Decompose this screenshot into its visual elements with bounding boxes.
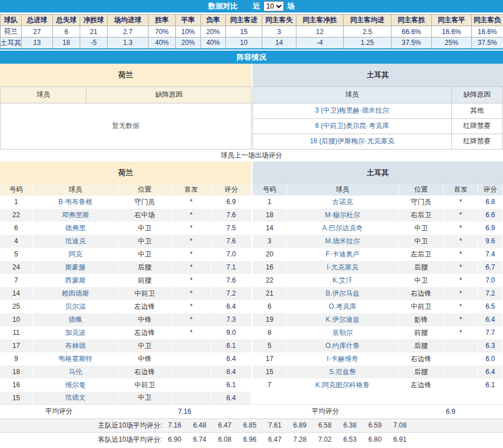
player-position: 中锋 <box>118 352 172 366</box>
player-rating-row: 5 阿克 中卫 * 7.0 <box>0 248 252 261</box>
ratings-away-team-header: 土耳其 <box>253 161 503 184</box>
player-number: 5 <box>253 339 287 352</box>
player-name[interactable]: 西蒙斯 <box>32 274 118 287</box>
recent-label: 近 <box>253 1 260 11</box>
player-name[interactable]: A.巴尔达克奇 <box>287 222 398 235</box>
starter-mark <box>171 366 211 379</box>
player-name[interactable]: 贝尔温 <box>32 300 118 313</box>
player-name[interactable]: M·穆尔杜尔 <box>287 209 398 222</box>
starter-mark: * <box>444 274 478 287</box>
home-recent-avg-row: 主队近10场平均评分: 7.166.486.476.857.616.896.58… <box>0 418 503 433</box>
absent-player-name[interactable]: 16 (后腰)伊斯梅尔·尤克塞克 <box>253 134 452 149</box>
away-recent-avg-label: 客队近10场平均评分: <box>0 435 162 445</box>
average-score-label: 平均评分 <box>0 405 118 418</box>
player-name[interactable]: 斯豪滕 <box>32 261 118 274</box>
player-name[interactable]: 居勒尔 <box>287 326 398 339</box>
player-name[interactable]: F·卡迪奥卢 <box>287 248 398 261</box>
player-score: 6.4 <box>211 392 252 405</box>
player-name[interactable]: 加克波 <box>32 326 118 339</box>
stats-value: 37.5% <box>472 38 503 49</box>
player-position: 右中场 <box>118 209 172 222</box>
player-name[interactable]: 邓弗里斯 <box>32 209 118 222</box>
player-position: 左边锋 <box>118 326 172 339</box>
player-number: 15 <box>253 366 287 379</box>
player-score: 6.1 <box>211 379 252 392</box>
player-position: 后腰 <box>398 261 444 274</box>
player-name[interactable]: K.伊尔迪兹 <box>287 313 398 326</box>
player-name[interactable]: 阿克 <box>32 248 118 261</box>
stats-value: 2.5 <box>344 26 391 38</box>
player-name[interactable] <box>287 392 398 405</box>
avg-score-value: 6.38 <box>337 421 362 429</box>
ratings-column-header: 球员 <box>32 184 118 196</box>
avg-score-value: 6.91 <box>387 435 413 443</box>
player-rating-row: 4 范迪克 中卫 * 7.6 <box>0 235 252 248</box>
avg-score-value: 6.80 <box>362 435 387 443</box>
ratings-column-header: 位置 <box>118 184 172 196</box>
lineup-home-table: 球员 缺阵原因 暂无数据 <box>0 86 252 150</box>
player-score: 7.2 <box>478 287 503 300</box>
player-name[interactable]: 维尔曼 <box>32 379 118 392</box>
player-rating-row: 10 德佩 中锋 * 7.3 <box>0 313 252 326</box>
player-name[interactable]: 韦格霍斯特 <box>32 352 118 366</box>
player-name[interactable]: 马伦 <box>32 366 118 379</box>
player-name[interactable]: M.德米拉尔 <box>287 235 398 248</box>
player-name[interactable]: 范德文 <box>32 392 118 405</box>
player-name[interactable]: 德弗里 <box>32 222 118 235</box>
player-number: 16 <box>0 379 32 392</box>
player-rating-row: 1 古诺克 守门员 * 6.8 <box>253 196 503 209</box>
player-position: 前腰 <box>118 274 172 287</box>
ratings-away-subheader: 号码球员位置首发评分 <box>253 184 503 196</box>
player-number: 16 <box>253 261 287 274</box>
player-name[interactable]: 古诺克 <box>287 196 398 209</box>
matches-count-select[interactable]: 10 <box>263 1 284 11</box>
reason-column-header: 缺阵原因 <box>451 86 502 103</box>
starter-mark: * <box>171 287 211 300</box>
player-position: 中卫 <box>398 274 444 287</box>
player-name[interactable]: K.艾汗 <box>287 274 398 287</box>
starter-mark: * <box>444 313 478 326</box>
player-name[interactable]: 布林德 <box>32 339 118 352</box>
stats-value: 13 <box>22 38 53 49</box>
player-name[interactable]: O.考克库 <box>287 300 398 313</box>
matches-suffix-label: 场 <box>287 1 295 11</box>
no-data-placeholder: 暂无数据 <box>1 103 252 149</box>
page-title: 数据对比 <box>208 1 238 11</box>
absent-player-name[interactable]: 3 (中卫)梅里赫·德米拉尔 <box>253 103 452 118</box>
player-name[interactable]: B.伊尔马兹 <box>287 287 398 300</box>
ratings-home-team-header: 荷兰 <box>0 161 252 184</box>
absent-player-name[interactable]: 6 (中前卫)奥尔昆·考克库 <box>253 118 452 134</box>
player-name[interactable]: B·韦布鲁根 <box>32 196 118 209</box>
absence-reason: 红牌禁赛 <box>451 134 502 149</box>
ratings-home-subheader: 号码球员位置首发评分 <box>0 184 252 196</box>
stats-value: 2.7 <box>108 26 149 38</box>
player-rating-row: 18 马伦 右边锋 8.4 <box>0 366 252 379</box>
stats-column-header: 同主客进 <box>226 15 262 26</box>
stats-column-header: 负率 <box>201 15 226 26</box>
avg-score-value: 6.08 <box>212 435 237 443</box>
player-score: 6.8 <box>478 196 503 209</box>
player-score: 6.4 <box>211 300 252 313</box>
player-rating-row: 8 居勒尔 前腰 * 7.7 <box>253 326 503 339</box>
home-recent-avg-label: 主队近10场平均评分: <box>0 421 162 430</box>
stats-column-header: 平率 <box>176 15 201 26</box>
stats-value: 3 <box>262 26 296 38</box>
player-score <box>478 392 503 405</box>
player-name[interactable]: I·卡赫维奇 <box>287 352 398 366</box>
stats-row-away: 土耳其 1318-51.340%20%40%1014-41.2537.5%25%… <box>1 38 503 49</box>
player-name[interactable]: S.厄兹詹 <box>287 366 398 379</box>
player-name[interactable]: I·尤克塞克 <box>287 261 398 274</box>
starter-mark: * <box>171 300 211 313</box>
player-rating-row: 19 K.伊尔迪兹 影锋 * 6.4 <box>253 313 503 326</box>
player-name[interactable]: 范迪克 <box>32 235 118 248</box>
player-name[interactable]: O.约库什鲁 <box>287 339 398 352</box>
stats-value: 66.6% <box>391 26 432 38</box>
player-name[interactable]: 赖因德斯 <box>32 287 118 300</box>
starter-mark: * <box>444 248 478 261</box>
lineup-home-panel: 荷兰 球员 缺阵原因 暂无数据 <box>0 64 252 150</box>
player-name[interactable]: 德佩 <box>32 313 118 326</box>
player-name[interactable]: K.阿克图尔科格鲁 <box>287 379 398 392</box>
stats-value: -5 <box>80 38 108 49</box>
ratings-column-header: 评分 <box>211 184 252 196</box>
player-position: 右边锋 <box>118 366 172 379</box>
